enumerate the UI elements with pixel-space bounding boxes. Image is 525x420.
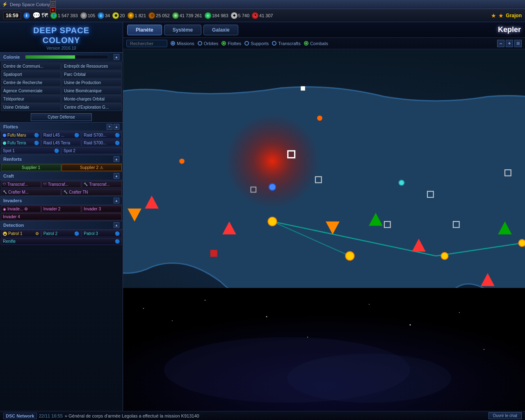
invaders-section-header: Invaders ▲ bbox=[0, 196, 123, 205]
spot1-button[interactable]: Spot 1 🔵 bbox=[1, 147, 61, 154]
resource-energy: ⚡ 1 821 bbox=[128, 12, 146, 19]
info-icon[interactable]: i bbox=[23, 12, 30, 19]
building-parc[interactable]: Parc Orbital bbox=[62, 71, 122, 78]
fleet-raid-l45t[interactable]: Raid L45 Terra bbox=[41, 139, 82, 146]
craft-section-header: Craft ▲ bbox=[0, 171, 123, 180]
renforts-label: Renforts bbox=[3, 157, 22, 162]
transcraf2-item[interactable]: 🛡 Transcraf... bbox=[41, 181, 82, 188]
invader1-gear-icon: ⚙ bbox=[24, 207, 28, 211]
filter-missions[interactable]: Missions bbox=[171, 41, 194, 46]
renforts-section-header: Renforts ▲ bbox=[0, 155, 123, 164]
building-usine-prod[interactable]: Usine de Production bbox=[62, 79, 122, 87]
titlebar-icon: ⚡ bbox=[2, 2, 8, 7]
detection-row-2: Renifle 🔵 bbox=[0, 237, 123, 245]
search-input[interactable] bbox=[126, 40, 167, 47]
colonie-progress-bar bbox=[25, 55, 75, 59]
titlebar: ⚡ Deep Space Colony – □ × bbox=[0, 0, 525, 9]
filter-flottes[interactable]: Flottes bbox=[221, 41, 241, 46]
maximize-button[interactable]: □ bbox=[50, 2, 56, 7]
spot2-button[interactable]: Spot 2 bbox=[62, 147, 122, 154]
dot-yellow-2 bbox=[346, 252, 354, 260]
building-agence[interactable]: Agence Commerciale bbox=[1, 87, 61, 95]
building-spatioport[interactable]: Spatioport bbox=[1, 71, 61, 78]
glow-red-1 bbox=[225, 114, 320, 209]
renifle-icon: 🔵 bbox=[115, 239, 120, 244]
patrol3-item[interactable]: Patrol 3 🔵 bbox=[82, 230, 122, 237]
building-monte[interactable]: Monte-charges Orbital bbox=[62, 95, 122, 103]
invader4-item[interactable]: Invader 4 bbox=[1, 213, 122, 220]
dot-cyan-1 bbox=[399, 180, 404, 185]
building-centre-expl[interactable]: Centre d'Exploration G... bbox=[62, 103, 122, 111]
detection-collapse-btn[interactable]: ▲ bbox=[114, 222, 119, 228]
detection-label: Detection bbox=[3, 223, 24, 228]
transcraf1-item[interactable]: 🛡 Transcraf... bbox=[1, 181, 41, 188]
fullscreen-button[interactable]: ⊞ bbox=[514, 40, 522, 47]
cyber-defense-button[interactable]: Cyber Défense bbox=[31, 113, 92, 121]
fleet-raid-l45[interactable]: Raid L45 ... 🔵 bbox=[41, 132, 82, 139]
username[interactable]: Grajon bbox=[506, 13, 522, 18]
building-teleporteur[interactable]: Téléporteur bbox=[1, 95, 61, 103]
building-entrepot[interactable]: Entrepôt de Ressources bbox=[62, 62, 122, 70]
invader2-item[interactable]: Invader 2 bbox=[41, 205, 82, 212]
res7-value: 41 739 261 bbox=[180, 13, 202, 18]
fleet-raid-icon1: 🔵 bbox=[74, 133, 79, 137]
zoom-plus-button[interactable]: + bbox=[506, 40, 513, 47]
tab-systeme[interactable]: Système bbox=[164, 25, 201, 35]
marker-red-sq-1 bbox=[210, 250, 217, 257]
filter-transcrafts[interactable]: Transcrafts bbox=[272, 41, 301, 46]
patrol1-circle bbox=[3, 232, 7, 236]
transcraf3-item[interactable]: 🔧 Transcraf... bbox=[82, 181, 122, 188]
filter-orbites[interactable]: Orbites bbox=[198, 41, 218, 46]
renifle-item[interactable]: Renifle 🔵 bbox=[1, 238, 122, 245]
building-recherche[interactable]: Centre de Recherche bbox=[1, 79, 61, 87]
map-area[interactable]: i bbox=[123, 49, 525, 411]
patrol2-item[interactable]: Patrol 2 🔵 bbox=[41, 230, 82, 237]
resource-res7: ◈ 41 739 261 bbox=[172, 12, 202, 19]
game-version: Version 2016.10 bbox=[2, 46, 121, 50]
building-usine-orb[interactable]: Usine Orbitale bbox=[1, 103, 61, 111]
fleet-fufu-terra[interactable]: Fufu Terra 🔵 bbox=[1, 139, 41, 146]
spot1-icon: 🔵 bbox=[54, 148, 59, 153]
tab-galaxie[interactable]: Galaxie bbox=[203, 25, 238, 35]
fleet-row-1: Fufu Maru 🔵 Raid L45 ... 🔵 Raid S700... … bbox=[0, 131, 123, 139]
colonie-label: Colonie bbox=[3, 55, 20, 59]
invader1-label: Invade... bbox=[7, 207, 23, 211]
fleet-raid-s700b[interactable]: Raid S700... 🔵 bbox=[82, 139, 122, 146]
tab-planete[interactable]: Planète bbox=[127, 25, 162, 35]
combats-radio-inner bbox=[305, 42, 307, 44]
star-3 bbox=[205, 300, 205, 301]
patrol1-item[interactable]: Patrol 1 ⚙ bbox=[1, 230, 41, 237]
flottes-add-btn[interactable]: + bbox=[107, 124, 112, 130]
open-chat-button[interactable]: Ouvrir le chat bbox=[488, 412, 522, 419]
building-comm[interactable]: Centre de Communi... bbox=[1, 62, 61, 70]
invader4-label: Invader 4 bbox=[3, 215, 20, 219]
filter-combats[interactable]: Combats bbox=[304, 41, 328, 46]
star-6 bbox=[369, 304, 370, 305]
misc-dot-1 bbox=[179, 159, 185, 164]
craft-row-2: 🔧 Crafter M... 🔧 Crafter TN bbox=[0, 188, 123, 196]
resource-res10: ✦ 41 307 bbox=[252, 12, 273, 19]
fleet-raid-l45-label: Raid L45 ... bbox=[43, 133, 64, 137]
craft-collapse-btn[interactable]: ▲ bbox=[114, 173, 119, 179]
patrol3-label: Patrol 3 bbox=[84, 231, 98, 236]
invaders-label: Invaders bbox=[3, 198, 22, 203]
invader1-item[interactable]: ◉ Invade... ⚙ bbox=[1, 205, 41, 212]
flottes-collapse-btn[interactable]: ▲ bbox=[114, 124, 119, 130]
combats-radio bbox=[304, 41, 308, 46]
invader3-item[interactable]: Invader 3 bbox=[82, 205, 122, 212]
missions-radio bbox=[171, 41, 175, 46]
patrol1-label: Patrol 1 bbox=[8, 231, 22, 236]
fleet-raid-s700[interactable]: Raid S700... 🔵 bbox=[82, 132, 122, 139]
crafter-m-item[interactable]: 🔧 Crafter M... bbox=[1, 189, 61, 196]
invaders-collapse-btn[interactable]: ▲ bbox=[114, 198, 119, 203]
building-usine-bio[interactable]: Usine Biomécanique bbox=[62, 87, 122, 95]
filter-supports[interactable]: Supports bbox=[244, 41, 269, 46]
fleet-fufu-maru[interactable]: Fufu Maru 🔵 bbox=[1, 132, 41, 139]
colonie-collapse-btn[interactable]: ▲ bbox=[114, 54, 119, 60]
zoom-minus-button[interactable]: – bbox=[497, 40, 504, 47]
supplier1-button[interactable]: Supplier 1 bbox=[1, 164, 61, 171]
supplier2-button[interactable]: Supplier 2 ⚠ bbox=[62, 164, 122, 171]
crafter-tn-item[interactable]: 🔧 Crafter TN bbox=[62, 189, 122, 196]
renforts-collapse-btn[interactable]: ▲ bbox=[114, 156, 119, 162]
supports-radio bbox=[244, 41, 249, 46]
